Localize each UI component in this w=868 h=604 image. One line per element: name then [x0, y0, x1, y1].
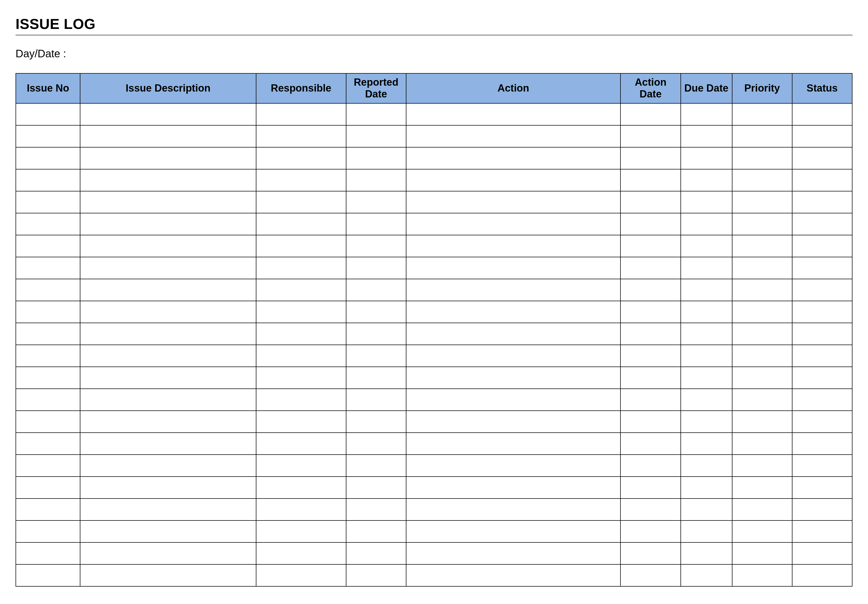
table-cell[interactable] [16, 257, 80, 279]
table-cell[interactable] [620, 499, 680, 521]
table-cell[interactable] [346, 235, 406, 257]
table-cell[interactable] [406, 169, 621, 191]
table-cell[interactable] [256, 345, 346, 367]
table-cell[interactable] [792, 455, 852, 477]
table-cell[interactable] [346, 301, 406, 323]
table-cell[interactable] [681, 301, 732, 323]
table-cell[interactable] [80, 235, 256, 257]
table-cell[interactable] [256, 564, 346, 586]
table-cell[interactable] [346, 389, 406, 411]
table-cell[interactable] [620, 213, 680, 235]
table-cell[interactable] [681, 433, 732, 455]
table-cell[interactable] [792, 477, 852, 499]
table-cell[interactable] [80, 103, 256, 125]
table-cell[interactable] [620, 564, 680, 586]
table-cell[interactable] [16, 103, 80, 125]
table-cell[interactable] [16, 169, 80, 191]
table-cell[interactable] [406, 499, 621, 521]
table-cell[interactable] [681, 455, 732, 477]
table-cell[interactable] [256, 521, 346, 542]
table-cell[interactable] [406, 345, 621, 367]
table-cell[interactable] [620, 169, 680, 191]
table-cell[interactable] [256, 279, 346, 301]
table-cell[interactable] [792, 542, 852, 564]
table-cell[interactable] [80, 147, 256, 169]
table-cell[interactable] [681, 521, 732, 542]
table-cell[interactable] [80, 389, 256, 411]
table-cell[interactable] [732, 279, 792, 301]
table-cell[interactable] [620, 367, 680, 389]
table-cell[interactable] [681, 323, 732, 345]
table-cell[interactable] [732, 213, 792, 235]
table-cell[interactable] [792, 125, 852, 147]
table-cell[interactable] [792, 411, 852, 433]
table-cell[interactable] [80, 521, 256, 542]
table-cell[interactable] [256, 213, 346, 235]
table-cell[interactable] [620, 257, 680, 279]
table-cell[interactable] [732, 301, 792, 323]
table-cell[interactable] [256, 323, 346, 345]
table-cell[interactable] [681, 542, 732, 564]
table-cell[interactable] [346, 147, 406, 169]
table-cell[interactable] [80, 257, 256, 279]
table-cell[interactable] [792, 147, 852, 169]
table-cell[interactable] [732, 323, 792, 345]
table-cell[interactable] [80, 169, 256, 191]
table-cell[interactable] [256, 499, 346, 521]
table-cell[interactable] [406, 433, 621, 455]
table-cell[interactable] [732, 433, 792, 455]
table-cell[interactable] [346, 411, 406, 433]
table-cell[interactable] [16, 367, 80, 389]
table-cell[interactable] [681, 345, 732, 367]
table-cell[interactable] [346, 542, 406, 564]
table-cell[interactable] [792, 521, 852, 542]
table-cell[interactable] [16, 279, 80, 301]
table-cell[interactable] [346, 477, 406, 499]
table-cell[interactable] [80, 411, 256, 433]
table-cell[interactable] [80, 301, 256, 323]
table-cell[interactable] [80, 499, 256, 521]
table-cell[interactable] [16, 477, 80, 499]
table-cell[interactable] [620, 279, 680, 301]
table-cell[interactable] [256, 455, 346, 477]
table-cell[interactable] [732, 257, 792, 279]
table-cell[interactable] [256, 433, 346, 455]
table-cell[interactable] [16, 191, 80, 213]
table-cell[interactable] [80, 213, 256, 235]
table-cell[interactable] [792, 103, 852, 125]
table-cell[interactable] [792, 433, 852, 455]
table-cell[interactable] [346, 257, 406, 279]
table-cell[interactable] [16, 125, 80, 147]
table-cell[interactable] [256, 411, 346, 433]
table-cell[interactable] [80, 564, 256, 586]
table-cell[interactable] [620, 125, 680, 147]
table-cell[interactable] [346, 499, 406, 521]
table-cell[interactable] [80, 125, 256, 147]
table-cell[interactable] [732, 103, 792, 125]
table-cell[interactable] [620, 191, 680, 213]
table-cell[interactable] [406, 564, 621, 586]
table-cell[interactable] [732, 235, 792, 257]
table-cell[interactable] [16, 455, 80, 477]
table-cell[interactable] [792, 257, 852, 279]
table-cell[interactable] [681, 279, 732, 301]
table-cell[interactable] [256, 103, 346, 125]
table-cell[interactable] [16, 147, 80, 169]
table-cell[interactable] [16, 213, 80, 235]
table-cell[interactable] [732, 367, 792, 389]
table-cell[interactable] [681, 477, 732, 499]
table-cell[interactable] [732, 125, 792, 147]
table-cell[interactable] [620, 477, 680, 499]
table-cell[interactable] [406, 257, 621, 279]
table-cell[interactable] [406, 411, 621, 433]
table-cell[interactable] [346, 279, 406, 301]
table-cell[interactable] [346, 564, 406, 586]
table-cell[interactable] [792, 301, 852, 323]
table-cell[interactable] [792, 235, 852, 257]
table-cell[interactable] [792, 213, 852, 235]
table-cell[interactable] [406, 323, 621, 345]
table-cell[interactable] [80, 455, 256, 477]
table-cell[interactable] [792, 367, 852, 389]
table-cell[interactable] [620, 521, 680, 542]
table-cell[interactable] [406, 301, 621, 323]
